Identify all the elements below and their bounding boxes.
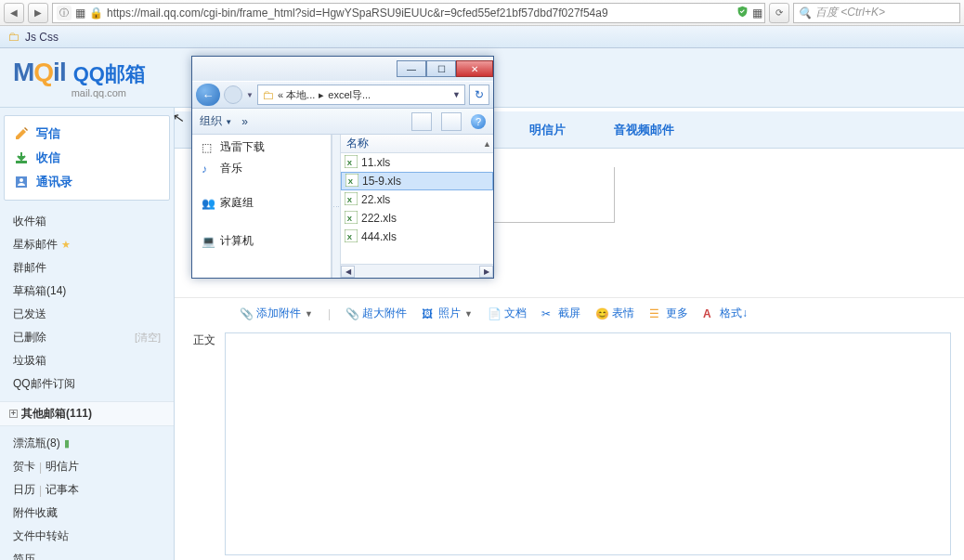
chevron-down-icon[interactable]: ▼: [452, 90, 461, 99]
attach-button[interactable]: 📎添加附件 ▼: [240, 306, 313, 321]
xls-icon: X: [345, 211, 358, 227]
bookmark-bar: 🗀 Js Css: [0, 26, 964, 48]
file-transfer[interactable]: 文件中转站: [9, 525, 164, 548]
compose-label: 写信: [36, 125, 60, 142]
scroll-right-button[interactable]: ▶: [479, 266, 493, 278]
file-row[interactable]: X22.xls: [341, 190, 493, 209]
scroll-left-button[interactable]: ◀: [341, 266, 355, 278]
view-mode-button[interactable]: [411, 112, 432, 131]
body-editor[interactable]: [225, 332, 951, 555]
file-row[interactable]: X15-9.xls: [341, 172, 493, 190]
tab-av-mail[interactable]: 音视频邮件: [608, 112, 680, 148]
compose-button[interactable]: 写信: [14, 122, 160, 146]
file-row[interactable]: X444.xls: [341, 228, 493, 246]
browser-toolbar: ◀ ▶ ⓘ ▦ 🔒 https://mail.qq.com/cgi-bin/fr…: [0, 0, 964, 26]
url-bar[interactable]: ⓘ ▦ 🔒 https://mail.qq.com/cgi-bin/frame_…: [52, 3, 765, 23]
tab-postcard[interactable]: 明信片: [524, 112, 571, 148]
other-mailbox-section[interactable]: +其他邮箱(111): [0, 401, 174, 426]
folder-starred[interactable]: 星标邮件 ★: [9, 233, 164, 256]
close-button[interactable]: ✕: [456, 60, 493, 77]
maximize-button[interactable]: ☐: [426, 60, 456, 77]
dialog-forward-button[interactable]: [224, 85, 242, 104]
bookmark-folder[interactable]: Js Css: [25, 31, 59, 44]
nav-forward-button[interactable]: ▶: [28, 3, 48, 23]
resume[interactable]: 简历: [9, 548, 164, 560]
big-attach-button[interactable]: 📎超大附件: [345, 306, 407, 321]
contacts-button[interactable]: 通讯录: [14, 170, 160, 194]
chevron-down-icon: ▼: [464, 309, 473, 319]
url-text: https://mail.qq.com/cgi-bin/frame_html?s…: [107, 7, 733, 20]
site-identity-icon[interactable]: ⓘ: [57, 6, 72, 20]
paperclip-big-icon: 📎: [345, 307, 358, 320]
minimize-button[interactable]: —: [397, 60, 426, 77]
decorative-line: [494, 167, 615, 223]
emoji-icon: 😊: [595, 307, 608, 320]
photo-icon: 🖼: [422, 307, 435, 320]
download-icon: ⬚: [202, 141, 215, 154]
receive-button[interactable]: 收信: [14, 146, 160, 170]
logo[interactable]: MQil QQ邮箱 mail.qq.com: [13, 58, 146, 98]
logo-word: MQil: [13, 58, 66, 87]
reload-button[interactable]: ⟳: [769, 3, 789, 23]
column-header-name[interactable]: 名称▲: [341, 135, 493, 153]
photo-button[interactable]: 🖼照片 ▼: [422, 306, 473, 321]
dialog-toolbar: 组织 ▼ » ?: [192, 109, 493, 135]
calendar-notes[interactable]: 日历 | 记事本: [9, 478, 164, 501]
help-icon[interactable]: ?: [471, 114, 486, 129]
folder-deleted[interactable]: 已删除[清空]: [9, 326, 164, 349]
folder-subscribe[interactable]: QQ邮件订阅: [9, 372, 164, 396]
format-button[interactable]: A格式↓: [703, 306, 748, 321]
file-name: 222.xls: [361, 212, 397, 225]
tree-xunlei[interactable]: ⬚迅雷下载: [192, 137, 331, 158]
emoji-button[interactable]: 😊表情: [595, 306, 634, 321]
cards-postcard[interactable]: 贺卡 | 明信片: [9, 455, 164, 478]
tree-homegroup[interactable]: 👥家庭组: [192, 192, 331, 214]
search-placeholder: 百度 <Ctrl+K>: [815, 5, 885, 20]
more-button[interactable]: ☰更多: [649, 306, 688, 321]
file-row[interactable]: X222.xls: [341, 209, 493, 228]
path-segment-1[interactable]: « 本地...: [278, 88, 315, 102]
path-segment-2[interactable]: excel导...: [328, 88, 371, 102]
dialog-titlebar[interactable]: — ☐ ✕: [192, 57, 493, 81]
file-name: 22.xls: [361, 193, 390, 206]
overflow-icon[interactable]: »: [241, 115, 248, 128]
refresh-button[interactable]: ↻: [469, 85, 489, 105]
dialog-path[interactable]: 🗀 « 本地... ▸ excel导... ▼: [257, 85, 465, 105]
folder-inbox[interactable]: 收件箱: [9, 210, 164, 233]
folder-drafts[interactable]: 草稿箱(14): [9, 280, 164, 303]
doc-button[interactable]: 📄文档: [488, 306, 527, 321]
nav-back-button[interactable]: ◀: [4, 3, 24, 23]
dialog-back-button[interactable]: ←: [196, 84, 220, 106]
xls-icon: X: [345, 174, 358, 189]
tree-music[interactable]: ♪音乐: [192, 158, 331, 179]
browser-search[interactable]: 🔍 百度 <Ctrl+K>: [793, 3, 960, 23]
paperclip-icon: 📎: [240, 307, 253, 320]
tree-computer[interactable]: 💻计算机: [192, 230, 331, 252]
body-label: 正文: [188, 332, 225, 555]
search-icon: 🔍: [798, 7, 812, 20]
doc-icon: 📄: [488, 307, 501, 320]
folder-group[interactable]: 群邮件: [9, 256, 164, 280]
folder-icon: 🗀: [262, 88, 274, 102]
folder-spam[interactable]: 垃圾箱: [9, 349, 164, 372]
splitter[interactable]: ⋮: [332, 135, 341, 278]
music-icon: ♪: [202, 163, 215, 176]
svg-text:X: X: [348, 176, 354, 185]
format-icon: A: [703, 307, 716, 320]
qr-icon[interactable]: ▦: [752, 7, 761, 20]
shield-icon[interactable]: [736, 6, 749, 20]
logo-sub: mail.qq.com: [72, 88, 146, 98]
organize-menu[interactable]: 组织 ▼: [200, 113, 232, 129]
drift-bottle[interactable]: 漂流瓶(8) ▮: [9, 432, 164, 455]
file-name: 15-9.xls: [362, 175, 401, 188]
homegroup-icon: 👥: [202, 197, 215, 210]
empty-link[interactable]: [清空]: [135, 331, 161, 345]
file-row[interactable]: X11.xls: [341, 153, 493, 172]
screenshot-button[interactable]: ✂截屏: [541, 306, 580, 321]
chevron-down-icon[interactable]: ▼: [246, 91, 254, 99]
folder-sent[interactable]: 已发送: [9, 303, 164, 326]
preview-pane-button[interactable]: [441, 112, 462, 131]
horizontal-scrollbar[interactable]: ◀ ▶: [341, 264, 493, 278]
lock-icon: 🔒: [89, 7, 103, 20]
attach-fav[interactable]: 附件收藏: [9, 501, 164, 525]
